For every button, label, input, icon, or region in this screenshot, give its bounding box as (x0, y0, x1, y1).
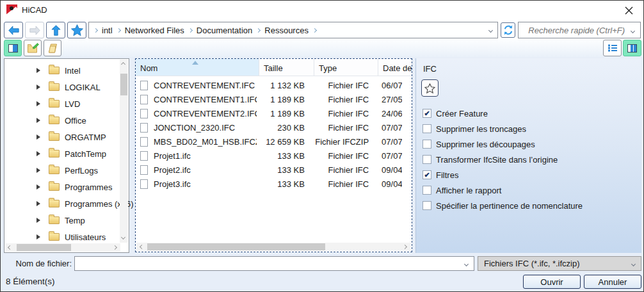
folder-icon (49, 233, 60, 241)
checkbox[interactable] (423, 201, 431, 210)
tree-item[interactable]: LOGIKAL (4, 79, 118, 95)
scroll-right-icon[interactable] (403, 245, 407, 249)
close-button[interactable] (622, 4, 636, 17)
favorites-settings-button[interactable] (421, 79, 439, 97)
option-filtres[interactable]: ✔Filtres (423, 170, 458, 180)
column-header-type[interactable]: Type (314, 59, 378, 76)
folder-icon (47, 43, 58, 53)
tree-item[interactable]: Intel (4, 62, 118, 79)
expander-icon[interactable] (36, 134, 40, 140)
scroll-left-icon[interactable] (140, 245, 144, 249)
file-size: 133 KB (257, 165, 311, 175)
tree-item[interactable]: Office (4, 112, 118, 129)
expander-icon[interactable] (36, 168, 40, 173)
refresh-button[interactable] (501, 22, 515, 38)
expander-icon[interactable] (36, 184, 40, 190)
folder-icon (49, 200, 60, 207)
tree-vertical-scrollbar[interactable] (120, 60, 128, 243)
up-button[interactable] (46, 22, 65, 38)
file-row[interactable]: JONCTION_2320.IFC230 KBFichier IFC07/07 (136, 120, 402, 134)
checkbox[interactable] (423, 186, 431, 195)
expander-icon[interactable] (36, 201, 40, 206)
file-icon (140, 137, 148, 147)
navigation-bar: intl Networked Files Documentation Resso… (1, 19, 643, 39)
back-button[interactable] (4, 22, 23, 38)
column-header-label: Nom (140, 63, 157, 73)
file-row[interactable]: CONTREVENTEMENT1.IFC1 189 KBFichier IFC2… (136, 92, 402, 106)
option-pertinence-nomenclature[interactable]: Spécifier la pertinence de nomenclature (423, 200, 583, 211)
scrollbar-thumb[interactable] (17, 244, 71, 251)
breadcrumb-dropdown-icon[interactable] (488, 28, 493, 33)
scroll-left-icon[interactable] (8, 245, 12, 250)
file-date: 07/07 (374, 123, 402, 133)
file-type: Fichier IFCZIP (311, 137, 374, 147)
tree-item-label: Utilisateurs (65, 232, 106, 242)
file-row[interactable]: CONTREVENTEMENT.IFC1 132 KBFichier IFC06… (136, 78, 402, 92)
tree-item[interactable]: Temp (4, 212, 118, 229)
tree-horizontal-scrollbar[interactable] (5, 243, 120, 252)
option-creer-feature[interactable]: ✔Créer Feature (423, 108, 488, 118)
file-row[interactable]: MBS_BD02_M01_HSB.IFCZIP12 659 KBFichier … (136, 134, 402, 149)
expander-icon[interactable] (36, 118, 40, 123)
expander-icon[interactable] (36, 151, 40, 156)
file-type-combo[interactable]: Fichiers IFC (*.ifc, *.ifczip) (478, 256, 641, 271)
tree-item-label: Office (65, 116, 86, 126)
scroll-up-icon[interactable] (121, 62, 125, 67)
tree-item-label: PerfLogs (65, 166, 98, 175)
file-row[interactable]: Projet3.ifc133 KBFichier IFC09/04 (136, 177, 402, 191)
option-afficher-rapport[interactable]: Afficher le rapport (423, 185, 501, 195)
breadcrumb-item-documentation[interactable]: Documentation (197, 26, 252, 35)
scrollbar-thumb[interactable] (120, 74, 127, 95)
favorites-button[interactable] (67, 22, 86, 38)
checkbox[interactable] (423, 155, 431, 164)
scroll-right-icon[interactable] (113, 245, 117, 250)
scroll-down-icon[interactable] (121, 235, 125, 239)
search-input[interactable] (519, 22, 640, 38)
filename-combo (74, 256, 474, 271)
expander-icon[interactable] (36, 85, 40, 90)
open-button[interactable]: Ouvrir (523, 275, 581, 289)
tree-item[interactable]: Programmes (x86) (4, 195, 118, 212)
breadcrumb[interactable]: intl Networked Files Documentation Resso… (88, 22, 498, 38)
option-transformer-ifcsite[interactable]: Transformer IfcSite dans l’origine (423, 154, 558, 165)
breadcrumb-item-networked-files[interactable]: Networked Files (125, 26, 184, 35)
expander-icon[interactable] (36, 101, 40, 106)
checkbox[interactable] (423, 124, 431, 133)
forward-button[interactable] (25, 22, 44, 38)
tree-item-label: Intel (65, 66, 81, 76)
tree-item[interactable]: PerfLogs (4, 162, 118, 179)
tree-item[interactable]: Programmes (4, 179, 118, 195)
checkbox[interactable]: ✔ (423, 109, 431, 118)
file-list-header: Nom Taille Type Date de modification (136, 59, 412, 76)
cancel-button[interactable]: Annuler (584, 275, 641, 289)
status-item-count: 8 Élément(s) (6, 277, 55, 286)
option-supprimer-troncages[interactable]: Supprimer les troncages (423, 124, 526, 134)
expander-icon[interactable] (36, 68, 40, 73)
column-header-size[interactable]: Taille (259, 59, 314, 76)
details-view-button[interactable] (4, 40, 22, 56)
column-header-name[interactable]: Nom (136, 59, 259, 76)
tree-item[interactable]: ORGATMP (4, 129, 118, 145)
folder-icon (49, 67, 60, 74)
expander-icon[interactable] (36, 218, 40, 223)
expander-icon[interactable] (36, 234, 40, 239)
file-list-horizontal-scrollbar[interactable] (136, 243, 411, 251)
filename-input[interactable] (75, 257, 474, 270)
folder-button[interactable] (44, 40, 61, 56)
tree-item[interactable]: PatchTemp (4, 145, 118, 162)
column-header-date[interactable]: Date de modification (378, 59, 412, 76)
file-size: 133 KB (257, 151, 311, 161)
list-view-button[interactable] (603, 40, 622, 56)
edit-folder-button[interactable] (24, 40, 42, 56)
scrollbar-thumb[interactable] (147, 243, 325, 250)
column-view-button[interactable] (623, 40, 641, 56)
breadcrumb-item-ressources[interactable]: Ressources (264, 26, 309, 35)
file-row[interactable]: Projet1.ifc133 KBFichier IFC07/07 (136, 149, 402, 163)
file-row[interactable]: Projet2.ifc133 KBFichier IFC09/04 (136, 163, 402, 177)
tree-item[interactable]: LVD (4, 95, 118, 112)
file-row[interactable]: CONTREVENTEMENT2.IFC1 189 KBFichier IFC2… (136, 106, 402, 120)
checkbox[interactable] (423, 140, 431, 149)
checkbox[interactable]: ✔ (423, 170, 431, 179)
breadcrumb-item-intl[interactable]: intl (102, 26, 113, 35)
option-supprimer-decoupages[interactable]: Supprimer les découpages (423, 139, 535, 149)
